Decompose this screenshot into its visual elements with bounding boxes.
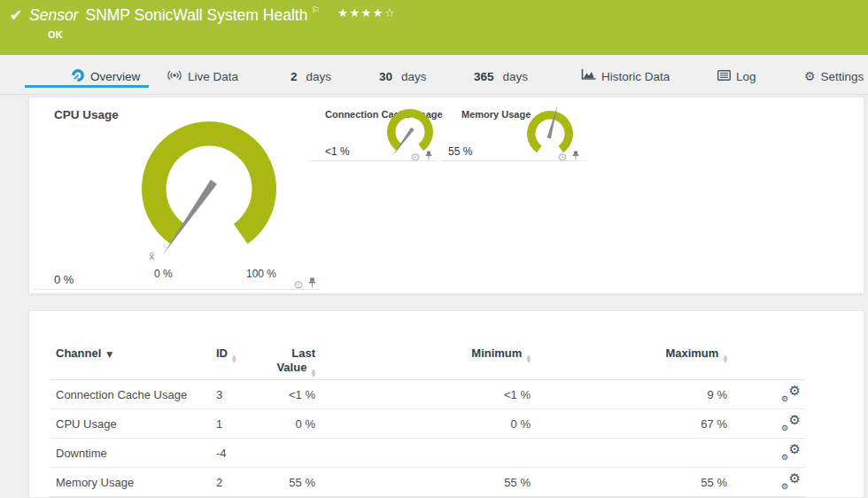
cell-minimum: <1 % xyxy=(315,387,531,401)
cpu-current-value: 0 % xyxy=(54,273,74,286)
active-tab-underline xyxy=(25,85,149,88)
tab-log[interactable]: Log xyxy=(717,66,756,86)
stars-filled[interactable]: ★★★★ xyxy=(337,6,384,19)
tab-bar: Overview Live Data 2 days 30 days xyxy=(0,55,868,95)
connection-tile-divider xyxy=(308,160,437,161)
broadcast-icon xyxy=(167,69,182,84)
star-empty[interactable]: ☆ xyxy=(384,6,396,19)
tab-settings[interactable]: ⚙ Settings xyxy=(804,66,864,86)
column-header-last-value[interactable]: LastValue▲▼ xyxy=(267,346,315,376)
channel-settings-icon[interactable]: ⚙⚙ xyxy=(781,443,801,461)
cpu-scale-min-label: 0 % xyxy=(154,268,173,280)
cell-minimum: 0 % xyxy=(315,416,531,431)
sort-icon: ▲▼ xyxy=(232,354,236,362)
memory-tile-actions: ⚙ xyxy=(557,149,580,165)
sensor-header: ✔ Sensor SNMP SonicWall System Health ⚐ … xyxy=(0,0,868,55)
tab-overview-label: Overview xyxy=(90,70,140,83)
gauges-panel: CPU Usage x̄ 0 % 100 % 0 % ⚙ Connection … xyxy=(28,97,864,294)
cell-last-value: <1 % xyxy=(267,387,315,401)
cell-last-value: 55 % xyxy=(267,475,315,489)
cpu-scale-max-label: 100 % xyxy=(246,268,276,280)
tab-live-data-label: Live Data xyxy=(188,70,238,83)
cell-channel: CPU Usage xyxy=(50,416,213,431)
channel-settings-icon[interactable]: ⚙⚙ xyxy=(781,414,801,432)
cpu-gauge[interactable] xyxy=(125,105,293,273)
gear-icon: ⚙ xyxy=(804,70,816,82)
cell-id: 2 xyxy=(213,475,267,489)
gauge-icon xyxy=(71,68,85,85)
cell-maximum: 55 % xyxy=(531,475,727,489)
column-header-id[interactable]: ID▲▼ xyxy=(213,346,267,362)
tab-365-days[interactable]: 365 days xyxy=(474,66,528,86)
channel-table: Channel▼ ID▲▼ LastValue▲▼ Minimum▲▼ Maxi… xyxy=(50,346,805,497)
table-row-memory[interactable]: Memory Usage 2 55 % 55 % 55 % ⚙⚙ xyxy=(50,468,805,497)
tab-30-days-label: days xyxy=(401,70,427,83)
channel-settings-icon[interactable]: ⚙⚙ xyxy=(781,472,801,490)
channels-panel: Channel▼ ID▲▼ LastValue▲▼ Minimum▲▼ Maxi… xyxy=(28,310,864,498)
sort-desc-icon: ▼ xyxy=(106,350,112,359)
table-row-downtime[interactable]: Downtime -4 ⚙⚙ xyxy=(50,439,805,468)
cell-channel: Connection Cache Usage xyxy=(50,387,213,401)
tab-2-days-number: 2 xyxy=(291,70,298,83)
tab-settings-label: Settings xyxy=(821,70,864,83)
cell-maximum: 67 % xyxy=(531,416,727,431)
cpu-average-marker: x̄ xyxy=(149,251,155,262)
log-list-icon xyxy=(717,70,731,83)
cell-maximum: 9 % xyxy=(531,387,727,401)
cell-last-value xyxy=(267,453,315,454)
status-ok-check-icon: ✔ xyxy=(10,6,22,24)
table-row-cpu[interactable]: CPU Usage 1 0 % 0 % 67 % ⚙⚙ xyxy=(50,409,805,439)
sensor-title-line: Sensor SNMP SonicWall System Health ⚐ ★★… xyxy=(29,6,396,25)
tab-historic-data-label: Historic Data xyxy=(601,70,670,83)
cell-id: 1 xyxy=(213,416,267,431)
cpu-pin-icon[interactable] xyxy=(307,276,317,292)
sort-icon: ▲▼ xyxy=(526,354,531,362)
tab-2-days[interactable]: 2 days xyxy=(291,66,331,86)
connection-current-value: <1 % xyxy=(325,145,350,158)
cpu-tile-actions: ⚙ xyxy=(293,276,317,292)
priority-flag-icon[interactable]: ⚐ xyxy=(311,4,320,16)
cell-minimum xyxy=(315,453,531,454)
cell-channel: Downtime xyxy=(50,446,213,460)
cell-minimum: 55 % xyxy=(315,475,531,489)
area-chart-icon xyxy=(581,69,596,83)
column-header-minimum[interactable]: Minimum▲▼ xyxy=(315,346,531,362)
tab-30-days-number: 30 xyxy=(379,70,392,83)
cell-id: -4 xyxy=(213,446,267,460)
cell-id: 3 xyxy=(213,387,267,401)
memory-tile-divider xyxy=(441,160,587,161)
sort-icon: ▲▼ xyxy=(723,354,727,362)
memory-current-value: 55 % xyxy=(448,145,472,158)
tab-log-label: Log xyxy=(736,70,756,83)
memory-pin-icon[interactable] xyxy=(571,149,580,165)
table-header-row: Channel▼ ID▲▼ LastValue▲▼ Minimum▲▼ Maxi… xyxy=(50,346,805,380)
tab-overview[interactable]: Overview xyxy=(71,66,140,86)
memory-gauge-needle xyxy=(547,105,560,139)
connection-pin-icon[interactable] xyxy=(424,149,433,165)
object-kind-label: Sensor xyxy=(29,6,78,25)
cpu-tile-divider xyxy=(34,289,320,290)
cell-last-value: 0 % xyxy=(267,416,315,431)
tab-365-days-number: 365 xyxy=(474,70,494,83)
cell-maximum xyxy=(531,453,727,454)
priority-stars[interactable]: ★★★★☆ xyxy=(337,6,396,19)
table-row-connection-cache[interactable]: Connection Cache Usage 3 <1 % <1 % 9 % ⚙… xyxy=(50,380,805,409)
connection-tile-actions: ⚙ xyxy=(410,149,433,165)
column-header-channel[interactable]: Channel▼ xyxy=(50,346,213,360)
tab-live-data[interactable]: Live Data xyxy=(167,66,238,86)
sort-icon: ▲▼ xyxy=(311,368,315,377)
column-header-maximum[interactable]: Maximum▲▼ xyxy=(531,346,727,362)
tab-365-days-label: days xyxy=(503,70,529,83)
tab-30-days[interactable]: 30 days xyxy=(379,66,427,86)
tab-historic-data[interactable]: Historic Data xyxy=(581,66,670,86)
status-badge: OK xyxy=(48,29,63,40)
cpu-gauge-title: CPU Usage xyxy=(54,108,119,121)
cell-channel: Memory Usage xyxy=(50,475,213,489)
prtg-sensor-page: ✔ Sensor SNMP SonicWall System Health ⚐ … xyxy=(0,0,868,498)
page-title: SNMP SonicWall System Health xyxy=(85,6,307,25)
tab-2-days-label: days xyxy=(306,70,332,83)
channel-settings-icon[interactable]: ⚙⚙ xyxy=(781,385,801,402)
